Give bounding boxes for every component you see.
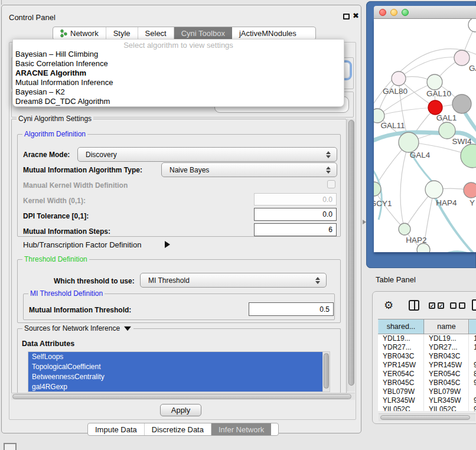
sources-group-title: Sources for Network Inference <box>24 324 120 332</box>
tab-network[interactable]: Network <box>53 27 106 40</box>
table-row[interactable]: YDL19...YDL19...13 <box>378 334 476 343</box>
node[interactable] <box>461 144 476 168</box>
select-all-columns-icon[interactable]: ✓✓ <box>429 302 444 309</box>
node-label: GAL4 <box>410 151 431 159</box>
dropdown-option-selected[interactable]: ARACNE Algorithm <box>14 69 333 78</box>
node-gal10[interactable] <box>427 74 442 90</box>
apply-button[interactable]: Apply <box>160 404 201 416</box>
node-gal1-selected[interactable] <box>428 100 442 115</box>
column-header-cut[interactable] <box>469 319 476 334</box>
cyni-algorithm-settings-title: Cyni Algorithm Settings <box>17 115 93 123</box>
table-row[interactable]: YBL079WYBL079W <box>378 387 476 396</box>
expand-arrow-icon[interactable] <box>165 241 170 248</box>
node-swi4[interactable] <box>439 122 455 139</box>
gear-icon[interactable]: ⚙ <box>384 299 393 311</box>
node-gray[interactable] <box>452 94 471 113</box>
tab-style[interactable]: Style <box>106 27 138 40</box>
collapse-arrow-icon[interactable] <box>124 326 131 331</box>
table-row[interactable]: YLR345WYLR345W9. <box>378 396 476 405</box>
column-header-shared-name[interactable]: shared... <box>378 319 424 334</box>
aracne-mode-value: Discovery <box>86 151 117 159</box>
which-threshold-combobox[interactable]: MI Threshold <box>140 273 327 288</box>
manual-kernel-width-label: Manual Kernel Width Definition <box>23 181 128 190</box>
list-item[interactable]: TopologicalCoefficient <box>28 362 330 372</box>
table-row[interactable]: YER054CYER054C8. <box>378 370 476 379</box>
list-scrollbar[interactable] <box>322 352 330 392</box>
deselect-all-columns-icon[interactable] <box>450 302 465 309</box>
table-row[interactable]: YDR27...YDR27...12 <box>378 343 476 352</box>
list-item[interactable]: gal4RGexp <box>28 382 330 392</box>
network-canvas[interactable]: GAL80 GAL10 GAL1 GAL11 SWI4 GAL4 GCY1 HA… <box>374 19 476 252</box>
tab-cyni-toolbox[interactable]: Cyni Toolbox <box>174 27 232 40</box>
node-hap2[interactable] <box>399 223 410 235</box>
kernel-width-field[interactable]: 0.0 <box>254 193 337 206</box>
dropdown-option[interactable]: Dream8 DC_TDC Algorithm <box>14 97 333 106</box>
dropdown-option[interactable]: Bayesian – K2 <box>14 87 333 97</box>
threshold-definition-title: Threshold Definition <box>22 255 89 263</box>
node-gal80[interactable] <box>392 71 406 86</box>
tab-impute-data[interactable]: Impute Data <box>88 423 145 435</box>
dropdown-placeholder: Select algorithm to view settings <box>13 41 344 50</box>
node[interactable] <box>454 50 470 66</box>
which-threshold-value: MI Threshold <box>148 276 190 285</box>
mi-steps-field[interactable]: 6 <box>254 223 337 236</box>
column-header-name[interactable]: name <box>424 319 469 334</box>
control-panel-tabs: Network Style Select Cyni Toolbox jActiv… <box>53 27 316 40</box>
node[interactable] <box>468 19 476 32</box>
table-row[interactable]: YPR145WYPR145W9. <box>378 361 476 370</box>
minimized-panel-icon[interactable] <box>4 443 17 450</box>
table-row[interactable]: YBR045CYBR045C9. <box>378 379 476 387</box>
float-panel-icon[interactable] <box>343 14 350 19</box>
split-columns-icon[interactable] <box>409 300 419 311</box>
aracne-mode-label: Aracne Mode: <box>23 151 70 159</box>
mi-steps-label: Mutual Information Steps: <box>23 227 110 236</box>
top-left-border-artifact <box>1 0 2 5</box>
minimize-traffic-light[interactable] <box>390 9 397 16</box>
control-panel-window: Control Panel ✖ Network Style Select Cyn… <box>1 5 361 433</box>
node-label: HAP4 <box>436 198 457 207</box>
node[interactable] <box>417 243 430 252</box>
hub-definition-label: Hub/Transcription Factor Definition <box>23 240 141 249</box>
network-window-titlebar[interactable] <box>374 6 476 19</box>
settings-vertical-scrollbar[interactable] <box>347 119 355 392</box>
manual-kernel-width-checkbox[interactable] <box>327 180 335 188</box>
dpi-tolerance-field[interactable]: 0.0 <box>254 208 337 221</box>
mi-algorithm-type-value: Naive Bayes <box>169 166 209 174</box>
node-label: SWI4 <box>452 137 471 146</box>
tab-select[interactable]: Select <box>138 27 174 40</box>
tab-jactivemnodules[interactable]: jActiveMNodules <box>232 27 304 40</box>
close-traffic-light[interactable] <box>379 9 386 16</box>
mi-threshold-field[interactable]: 0.5 <box>249 302 334 316</box>
node-hap4[interactable] <box>425 181 443 198</box>
dpi-tolerance-value: 0.0 <box>322 210 332 219</box>
dropdown-option[interactable]: Bayesian – Hill Climbing <box>14 50 333 59</box>
data-attributes-list: SelfLoops TopologicalCoefficient Between… <box>28 351 330 392</box>
close-icon[interactable]: ✖ <box>353 11 359 20</box>
list-item[interactable]: BetweennessCentrality <box>28 372 330 382</box>
sources-group-header: Sources for Network Inference <box>22 324 133 332</box>
node-gal4[interactable] <box>399 132 419 152</box>
node-label: Y <box>470 198 475 207</box>
algorithm-definition-title: Algorithm Definition <box>22 130 87 138</box>
settings-horizontal-scrollbar[interactable] <box>11 393 355 400</box>
tab-impute-data-label: Impute Data <box>95 425 137 434</box>
aracne-mode-combobox[interactable]: Discovery <box>77 147 337 162</box>
dropdown-option[interactable]: Basic Correlation Inference <box>14 59 333 69</box>
tab-discretize-data[interactable]: Discretize Data <box>145 423 211 435</box>
algorithm-dropdown-popup: Select algorithm to view settings Bayesi… <box>12 39 344 107</box>
mi-algorithm-type-combobox[interactable]: Naive Bayes <box>161 162 337 177</box>
table-row[interactable]: YIL052CYIL052C9 <box>378 405 476 411</box>
table-row[interactable]: YBR043CYBR043C <box>378 352 476 361</box>
mi-threshold-label: Mutual Information Threshold: <box>29 306 131 314</box>
node-label: GAL80 <box>383 87 407 96</box>
node-salmon[interactable] <box>464 182 476 198</box>
new-table-icon[interactable] <box>472 299 476 311</box>
list-item[interactable]: SelfLoops <box>28 352 330 362</box>
table-horizontal-scrollbar[interactable] <box>379 413 475 421</box>
tab-jactivemnodules-label: jActiveMNodules <box>239 29 296 38</box>
zoom-traffic-light[interactable] <box>402 9 409 16</box>
apply-button-label: Apply <box>171 406 191 415</box>
tab-style-label: Style <box>113 29 131 38</box>
dropdown-option[interactable]: Mutual Information Inference <box>14 78 333 87</box>
tab-infer-network[interactable]: Infer Network <box>211 423 271 435</box>
